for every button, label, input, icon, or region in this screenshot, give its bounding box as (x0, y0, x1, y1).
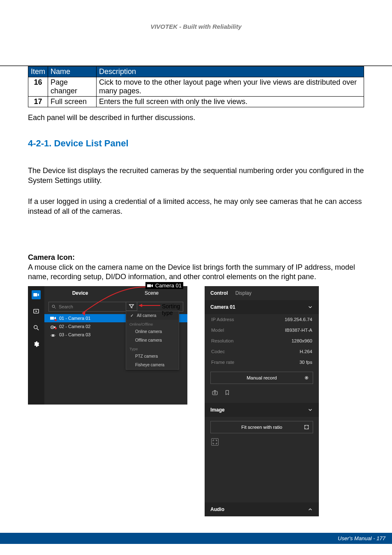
kv-row: CodecH.264 (205, 346, 319, 357)
paragraph: Each panel will be described in further … (28, 113, 364, 123)
filter-section-label: Online/Offline (126, 320, 179, 327)
svg-point-4 (52, 305, 55, 308)
live-view-icon[interactable] (32, 290, 41, 299)
kv-row: Frame rate30 fps (205, 357, 319, 368)
section-title: Camera 01 (210, 304, 235, 310)
record-dot-icon (55, 327, 57, 329)
chevron-up-icon (307, 506, 313, 512)
chevron-down-icon (307, 304, 313, 310)
cell-name: Full screen (48, 97, 97, 107)
section-title: Audio (210, 506, 224, 512)
device-row-label: 01 - Camera 01 (59, 316, 90, 321)
svg-rect-14 (212, 391, 217, 395)
cell-name: Page changer (48, 77, 97, 97)
chevron-down-icon (307, 407, 313, 413)
tab-scene[interactable]: Scene (116, 290, 187, 296)
search-icon (51, 304, 56, 309)
kv-row: ModelIB9387-HT-A (205, 325, 319, 335)
tab-display[interactable]: Display (235, 290, 251, 296)
th-item: Item (28, 67, 48, 77)
feature-table: Item Name Description 16 Page changer Ci… (28, 66, 364, 107)
cell-desc: Cick to move to the other layout page wh… (97, 77, 364, 97)
device-panel-screenshot: Device Scene Search 01 - Camera 01 (28, 286, 187, 405)
svg-point-13 (306, 377, 307, 379)
section-image-header[interactable]: Image (205, 403, 319, 417)
manual-record-button[interactable]: Manual record (210, 372, 313, 384)
settings-icon[interactable] (32, 340, 41, 349)
kv-row: Resolution1280x960 (205, 335, 319, 346)
device-row-label: 03 - Camera 03 (59, 332, 90, 337)
cell-item: 16 (28, 77, 48, 97)
svg-rect-10 (147, 284, 151, 287)
control-panel-screenshot: Control Display Camera 01 IP Address169.… (205, 286, 319, 516)
box-camera-icon (50, 316, 56, 320)
bookmark-icon[interactable] (224, 389, 231, 396)
brand-header: VIVOTEK - Built with Reliability (0, 0, 392, 33)
device-row-label: 02 - Camera 02 (59, 324, 90, 329)
filter-fisheye[interactable]: Fisheye camera (126, 361, 179, 369)
record-icon (304, 375, 309, 381)
search-icon[interactable] (32, 323, 41, 332)
filter-online[interactable]: Online camera (126, 327, 179, 336)
svg-point-15 (214, 392, 216, 393)
filter-ptz[interactable]: PTZ camera (126, 352, 179, 361)
table-row: 17 Full screen Enters the full screen wi… (28, 97, 364, 107)
record-dot-icon (55, 319, 57, 321)
page-footer: User's Manual - 177 (0, 533, 392, 544)
fit-ratio-icon (304, 424, 309, 430)
fullscreen-icon[interactable] (211, 438, 219, 446)
section-title: Image (210, 407, 225, 413)
svg-rect-0 (33, 293, 37, 296)
tab-control[interactable]: Control (210, 290, 228, 296)
cell-item: 17 (28, 97, 48, 107)
ptz-camera-icon (50, 324, 56, 328)
table-row: 16 Page changer Cick to move to the othe… (28, 77, 364, 97)
cell-desc: Enters the full screen with only the liv… (97, 97, 364, 107)
fisheye-camera-icon (50, 333, 56, 337)
kv-row: IP Address169.254.6.74 (205, 314, 319, 325)
svg-rect-6 (50, 317, 54, 319)
svg-line-5 (55, 307, 56, 308)
paragraph: The Device list displays the recruited c… (28, 166, 364, 185)
section-audio-header[interactable]: Audio (205, 502, 319, 516)
annotation-camera01: Camera 01 (145, 282, 183, 289)
paragraph: If a user logged in using a credential o… (28, 197, 364, 216)
snapshot-icon[interactable] (211, 389, 219, 396)
th-name: Name (48, 67, 97, 77)
th-desc: Description (97, 67, 364, 77)
section-camera-header[interactable]: Camera 01 (205, 300, 319, 314)
paragraph: A mouse click on the camera name on the … (28, 263, 364, 282)
filter-offline[interactable]: Offline camera (126, 336, 179, 345)
tab-device[interactable]: Device (44, 290, 116, 296)
playback-icon[interactable] (32, 307, 41, 316)
annotation-sorting-type: Sorting type (160, 303, 187, 317)
svg-point-2 (34, 325, 37, 328)
nav-column (28, 286, 44, 405)
section-heading: 4-2-1. Device List Panel (28, 138, 364, 149)
camera-icon-heading: Camera Icon: (28, 253, 364, 262)
svg-point-8 (52, 327, 53, 328)
svg-line-3 (37, 328, 39, 330)
check-icon (130, 313, 134, 318)
funnel-icon (129, 303, 134, 309)
search-placeholder: Search (59, 304, 73, 309)
filter-button[interactable] (126, 302, 137, 311)
filter-section-label: Type (126, 345, 179, 352)
svg-point-9 (52, 335, 54, 336)
fit-screen-button[interactable]: Fit screen with ratio (210, 421, 313, 433)
filter-popup: All camera Online/Offline Online camera … (126, 311, 179, 370)
